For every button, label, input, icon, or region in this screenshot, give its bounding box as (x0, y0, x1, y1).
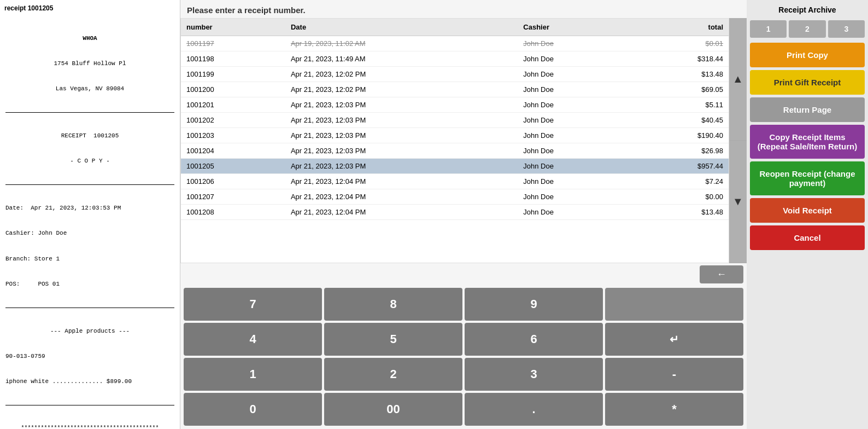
cell-cashier: John Doe (518, 82, 630, 97)
cell-total: $190.40 (630, 128, 729, 143)
prompt-text: Please enter a receipt number. (187, 5, 306, 15)
star-button[interactable]: * (605, 393, 743, 426)
table-row[interactable]: 1001208Apr 21, 2023, 12:04 PMJohn Doe$13… (181, 205, 729, 220)
table-row[interactable]: 1001206Apr 21, 2023, 12:04 PMJohn Doe$7.… (181, 174, 729, 189)
void-receipt-button[interactable]: Void Receipt (750, 198, 865, 223)
cell-cashier: John Doe (518, 51, 630, 67)
cell-number: 1001199 (181, 67, 285, 82)
archive-tab-2[interactable]: 2 (789, 20, 825, 38)
cell-date: Apr 21, 2023, 12:02 PM (285, 67, 518, 82)
cashier-row: Cashier: John Doe (5, 229, 174, 237)
cell-date: Apr 21, 2023, 12:03 PM (285, 159, 518, 174)
cell-number: 1001203 (181, 128, 285, 143)
cell-date: Apr 21, 2023, 12:04 PM (285, 205, 518, 220)
table-row[interactable]: 1001202Apr 21, 2023, 12:03 PMJohn Doe$40… (181, 113, 729, 128)
receipt-copy: - C O P Y - (5, 157, 174, 165)
cell-cashier: John Doe (518, 174, 630, 189)
cell-number: 1001202 (181, 113, 285, 128)
receipts-table: number Date Cashier total 1001197Apr 19,… (181, 19, 729, 220)
key-5[interactable]: 5 (324, 323, 462, 356)
cell-total: $0.00 (630, 189, 729, 205)
table-scroll-wrapper: number Date Cashier total 1001197Apr 19,… (180, 18, 747, 263)
table-scroll-buttons: ▲ ▼ (729, 18, 747, 263)
cell-total: $69.05 (630, 82, 729, 97)
cell-number: 1001208 (181, 205, 285, 220)
col-cashier: Cashier (518, 19, 630, 36)
enter-button[interactable]: ↵ (605, 323, 743, 356)
cell-cashier: John Doe (518, 97, 630, 113)
dash-button[interactable]: - (605, 358, 743, 391)
cell-cashier: John Doe (518, 128, 630, 143)
print-copy-button[interactable]: Print Copy (750, 43, 865, 67)
col-total: total (630, 19, 729, 36)
pos-row: POS: POS 01 (5, 280, 174, 288)
key-0[interactable]: 0 (184, 393, 322, 426)
key-1[interactable]: 1 (184, 358, 322, 391)
cell-number: 1001197 (181, 36, 285, 51)
table-row[interactable]: 1001205Apr 21, 2023, 12:03 PMJohn Doe$95… (181, 159, 729, 174)
cell-date: Apr 21, 2023, 12:03 PM (285, 97, 518, 113)
cell-total: $5.11 (630, 97, 729, 113)
table-row[interactable]: 1001199Apr 21, 2023, 12:02 PMJohn Doe$13… (181, 67, 729, 82)
store-name: WHOA (5, 34, 174, 43)
key-7[interactable]: 7 (184, 288, 322, 321)
table-row[interactable]: 1001197Apr 19, 2023, 11:02 AMJohn Doe$0.… (181, 36, 729, 51)
archive-tab-1[interactable]: 1 (750, 20, 787, 38)
col-date: Date (285, 19, 518, 36)
cell-date: Apr 21, 2023, 12:02 PM (285, 82, 518, 97)
backspace-button[interactable]: ← (700, 265, 743, 283)
cell-number: 1001207 (181, 189, 285, 205)
prompt-bar: Please enter a receipt number. (180, 0, 747, 18)
backspace-row: ← (180, 263, 747, 285)
key-8[interactable]: 8 (324, 288, 462, 321)
cell-number: 1001198 (181, 51, 285, 67)
cell-date: Apr 21, 2023, 12:04 PM (285, 174, 518, 189)
print-gift-button[interactable]: Print Gift Receipt (750, 70, 865, 95)
key-2[interactable]: 2 (324, 358, 462, 391)
table-row[interactable]: 1001200Apr 21, 2023, 12:02 PMJohn Doe$69… (181, 82, 729, 97)
cell-total: $13.48 (630, 205, 729, 220)
item-desc: iphone white .............. $899.00 (5, 378, 174, 386)
cell-cashier: John Doe (518, 143, 630, 159)
cancel-button[interactable]: Cancel (750, 225, 865, 250)
cell-cashier: John Doe (518, 67, 630, 82)
table-row[interactable]: 1001201Apr 21, 2023, 12:03 PMJohn Doe$5.… (181, 97, 729, 113)
table-row[interactable]: 1001204Apr 21, 2023, 12:03 PMJohn Doe$26… (181, 143, 729, 159)
scroll-down-button[interactable]: ▼ (729, 141, 747, 263)
cell-total: $0.01 (630, 36, 729, 51)
cell-cashier: John Doe (518, 159, 630, 174)
table-row[interactable]: 1001198Apr 21, 2023, 11:49 AMJohn Doe$31… (181, 51, 729, 67)
table-row[interactable]: 1001207Apr 21, 2023, 12:04 PMJohn Doe$0.… (181, 189, 729, 205)
scroll-up-button[interactable]: ▲ (729, 18, 747, 141)
cell-date: Apr 21, 2023, 12:04 PM (285, 189, 518, 205)
cell-date: Apr 21, 2023, 11:49 AM (285, 51, 518, 67)
receipt-header: RECEIPT 1001205 (5, 132, 174, 140)
cell-total: $40.45 (630, 113, 729, 128)
date-row: Date: Apr 21, 2023, 12:03:53 PM (5, 204, 174, 212)
cell-date: Apr 19, 2023, 11:02 AM (285, 36, 518, 51)
return-page-button[interactable]: Return Page (750, 97, 865, 122)
cell-cashier: John Doe (518, 113, 630, 128)
store-addr1: 1754 Bluff Hollow Pl (5, 60, 174, 68)
branch-row: Branch: Store 1 (5, 255, 174, 263)
cell-total: $13.48 (630, 67, 729, 82)
cell-cashier: John Doe (518, 36, 630, 51)
key-3[interactable]: 3 (465, 358, 603, 391)
key-dot[interactable]: . (465, 393, 603, 426)
key-6[interactable]: 6 (465, 323, 603, 356)
receipt-table: number Date Cashier total 1001197Apr 19,… (180, 18, 729, 263)
store-addr2: Las Vegas, NV 89084 (5, 85, 174, 93)
key-9[interactable]: 9 (465, 288, 603, 321)
cell-total: $26.98 (630, 143, 729, 159)
numpad-area: 7 8 9 4 5 6 ↵ 1 2 3 - 0 00 . * (180, 285, 747, 429)
key-4[interactable]: 4 (184, 323, 322, 356)
key-00[interactable]: 00 (324, 393, 462, 426)
receipt-text-area: WHOA 1754 Bluff Hollow Pl Las Vegas, NV … (4, 15, 175, 429)
reopen-receipt-button[interactable]: Reopen Receipt (change payment) (750, 161, 865, 195)
archive-tab-3[interactable]: 3 (828, 20, 865, 38)
col-number: number (181, 19, 285, 36)
receipt-tbody[interactable]: 1001197Apr 19, 2023, 11:02 AMJohn Doe$0.… (181, 36, 729, 220)
table-row[interactable]: 1001203Apr 21, 2023, 12:03 PMJohn Doe$19… (181, 128, 729, 143)
item-sku: 90-013-0759 (5, 352, 174, 361)
copy-receipt-button[interactable]: Copy Receipt Items (Repeat Sale/Item Ret… (750, 125, 865, 159)
